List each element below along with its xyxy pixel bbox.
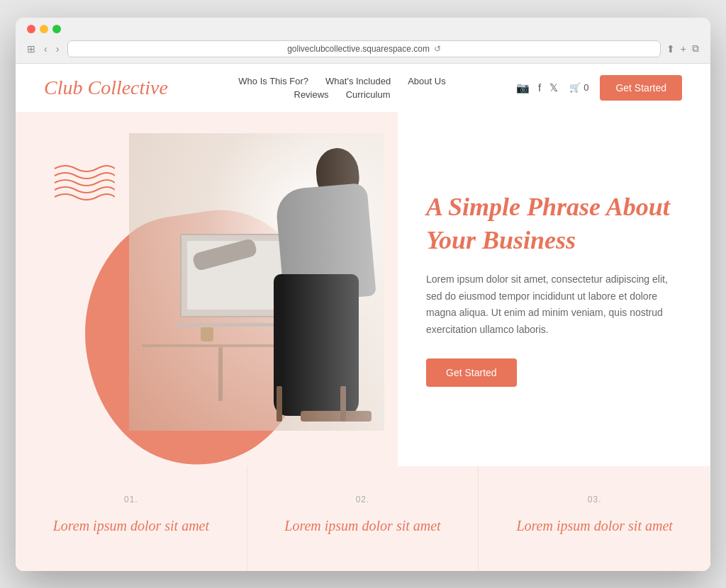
browser-action-buttons: ⬆ + ⧉ [666, 43, 699, 55]
nav-link-curriculum[interactable]: Curriculum [346, 89, 391, 100]
browser-window: ⊞ ‹ › goliveclubcollective.squarespace.c… [16, 18, 710, 571]
facebook-icon[interactable]: f [538, 81, 541, 94]
nav-link-who[interactable]: Who Is This For? [238, 76, 308, 86]
nav-buttons: ‹ › [41, 42, 62, 56]
chair-leg2-decor [277, 386, 282, 422]
cup-decor [201, 327, 213, 341]
hero-cta-button[interactable]: Get Started [426, 358, 517, 387]
feature-number-2: 02. [276, 494, 450, 504]
hero-left-panel [16, 112, 398, 466]
hero-right-panel: A Simple Phrase About Your Business Lore… [398, 112, 710, 466]
nav-row-2: Reviews Curriculum [294, 89, 391, 100]
sidebar-toggle-button[interactable]: ⊞ [27, 43, 35, 55]
feature-item-3: 03. Lorem ipsum dolor sit amet [479, 466, 710, 571]
chair-leg-decor [340, 386, 346, 422]
chair-decor [301, 411, 372, 422]
social-icons-group: 📷 f 𝕏 [516, 81, 558, 94]
hero-headline: A Simple Phrase About Your Business [426, 191, 675, 257]
back-button[interactable]: ‹ [41, 42, 50, 56]
maximize-button-dot[interactable] [52, 25, 61, 33]
nav-link-about[interactable]: About Us [408, 76, 445, 86]
close-button-dot[interactable] [27, 25, 35, 33]
person-legs-decor [274, 274, 359, 416]
nav-link-whats-included[interactable]: What's Included [325, 76, 391, 86]
feature-number-3: 03. [507, 494, 682, 504]
hero-image [129, 133, 384, 431]
hero-photo [129, 133, 384, 431]
main-navigation: Club Collective Who Is This For? What's … [16, 64, 710, 112]
share-button[interactable]: ⬆ [666, 43, 675, 55]
hero-body-text: Lorem ipsum dolor sit amet, consectetur … [426, 271, 675, 339]
cart-icon: 🛒 [569, 82, 581, 93]
site-content: Club Collective Who Is This For? What's … [16, 64, 710, 571]
nav-cta-button[interactable]: Get Started [600, 75, 682, 101]
new-tab-button[interactable]: + [681, 43, 686, 55]
minimize-button-dot[interactable] [40, 25, 48, 33]
copy-button[interactable]: ⧉ [692, 43, 699, 55]
feature-title-1: Lorem ipsum dolor sit amet [44, 516, 218, 536]
nav-row-1: Who Is This For? What's Included About U… [238, 76, 445, 86]
feature-number-1: 01. [44, 494, 218, 504]
hero-section: A Simple Phrase About Your Business Lore… [16, 112, 710, 466]
url-text: goliveclubcollective.squarespace.com [287, 44, 430, 54]
twitter-icon[interactable]: 𝕏 [549, 81, 558, 94]
browser-dots [27, 25, 699, 33]
browser-chrome: ⊞ ‹ › goliveclubcollective.squarespace.c… [16, 18, 710, 64]
feature-title-2: Lorem ipsum dolor sit amet [276, 516, 450, 536]
forward-button[interactable]: › [53, 42, 62, 56]
nav-right-section: 📷 f 𝕏 🛒 0 Get Started [516, 75, 682, 101]
nav-links-group: Who Is This For? What's Included About U… [168, 76, 516, 100]
feature-item-2: 02. Lorem ipsum dolor sit amet [247, 466, 479, 571]
table-leg-decor [218, 347, 223, 401]
browser-toolbar: ⊞ ‹ › goliveclubcollective.squarespace.c… [27, 40, 699, 57]
feature-title-3: Lorem ipsum dolor sit amet [507, 516, 682, 536]
site-logo[interactable]: Club Collective [44, 77, 168, 99]
features-section: 01. Lorem ipsum dolor sit amet 02. Lorem… [16, 466, 710, 571]
reload-button[interactable]: ↺ [434, 44, 441, 54]
cart-button[interactable]: 🛒 0 [569, 82, 588, 93]
instagram-icon[interactable]: 📷 [516, 81, 530, 94]
wave-decoration [51, 162, 115, 204]
nav-link-reviews[interactable]: Reviews [294, 89, 329, 100]
cart-count: 0 [583, 82, 588, 93]
address-bar[interactable]: goliveclubcollective.squarespace.com ↺ [67, 40, 660, 57]
feature-item-1: 01. Lorem ipsum dolor sit amet [16, 466, 247, 571]
